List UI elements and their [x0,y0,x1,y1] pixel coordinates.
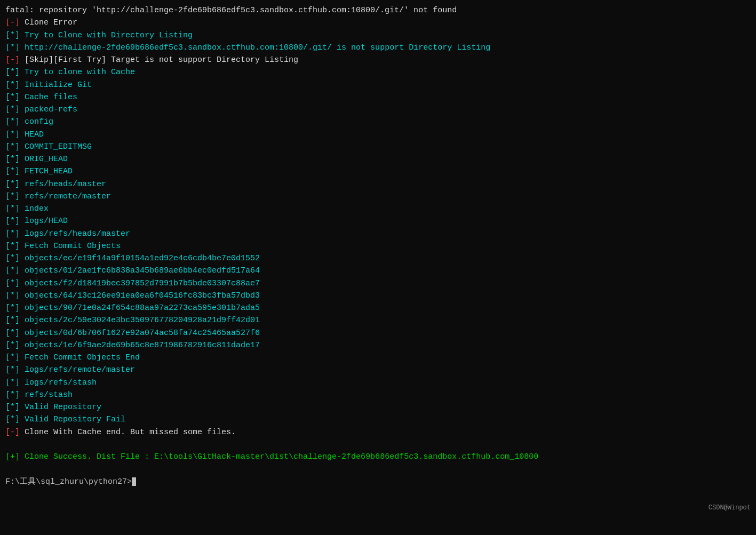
terminal-line: [*] objects/1e/6f9ae2de69b65c8e871986782… [5,339,751,352]
terminal-line: [*] refs/stash [5,389,751,401]
watermark: CSDN@Winpot [709,504,751,512]
terminal-line: [*] ORIG_HEAD [5,153,751,165]
terminal-line: [*] logs/refs/stash [5,377,751,389]
terminal-line [5,463,751,475]
terminal-line [5,438,751,451]
terminal-line: [-] Clone With Cache end. But missed som… [5,426,751,438]
terminal-line: F:\工具\sql_zhuru\python27> [5,476,751,488]
terminal-line: [*] Valid Repository Fail [5,413,751,426]
terminal-line: [*] Valid Repository [5,401,751,413]
terminal-line: [*] objects/64/13c126ee91ea0ea6f04516fc8… [5,290,751,302]
terminal-line: [*] logs/refs/remote/master [5,364,751,376]
terminal-line: [*] refs/remote/master [5,190,751,203]
terminal-line: [+] Clone Success. Dist File : E:\tools\… [5,451,751,463]
terminal-line: [-] Clone Error [5,17,751,29]
terminal-line: [*] config [5,116,751,128]
terminal-line: [*] objects/f2/d18419bec397852d7991b7b5b… [5,277,751,290]
terminal-line: [*] FETCH_HEAD [5,165,751,178]
terminal-line: [*] index [5,203,751,215]
terminal-line: [*] logs/HEAD [5,215,751,227]
terminal-line: fatal: repository 'http://challenge-2fde… [5,4,751,17]
terminal-line: [*] Try to Clone with Directory Listing [5,29,751,42]
terminal-line: [*] objects/01/2ae1fc6b838a345b689ae6bb4… [5,265,751,277]
terminal-line: [*] objects/2c/59e3024e3bc35097677820492… [5,314,751,326]
terminal-line: [*] Fetch Commit Objects End [5,352,751,364]
terminal-line: [*] packed-refs [5,103,751,116]
terminal-line: [*] Initialize Git [5,79,751,91]
terminal-line: [*] logs/refs/heads/master [5,228,751,240]
terminal-line: [*] refs/heads/master [5,178,751,190]
terminal-line: [*] objects/0d/6b706f1627e92a074ac58fa74… [5,327,751,339]
terminal-line: [*] http://challenge-2fde69b686edf5c3.sa… [5,42,751,54]
terminal-line: [*] objects/ec/e19f14a9f10154a1ed92e4c6c… [5,252,751,265]
terminal-line: [*] Fetch Commit Objects [5,240,751,252]
terminal-line: [-] [Skip][First Try] Target is not supp… [5,54,751,66]
terminal-line: [*] COMMIT_EDITMSG [5,141,751,153]
terminal-line: [*] objects/90/71e0a24f654c88aa97a2273ca… [5,302,751,314]
terminal-window: fatal: repository 'http://challenge-2fde… [0,0,756,492]
terminal-line: [*] Cache files [5,91,751,103]
terminal-line: [*] HEAD [5,129,751,141]
terminal-line: [*] Try to clone with Cache [5,66,751,78]
